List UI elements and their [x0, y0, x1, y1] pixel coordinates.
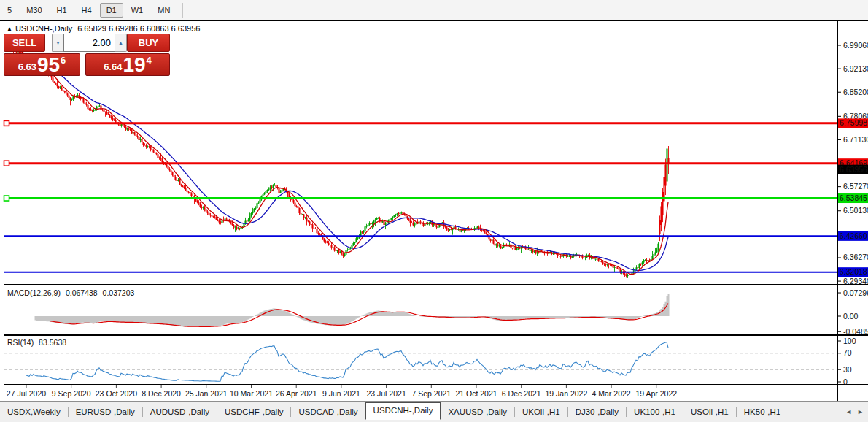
volume-decrease-button[interactable]: ▼ — [52, 34, 63, 52]
svg-text:6.36270: 6.36270 — [843, 253, 868, 261]
timeframe-button-W1[interactable]: W1 — [125, 3, 150, 18]
chart-tab-usdx-weekly[interactable]: USDX,Weekly — [0, 404, 68, 421]
macd-name: MACD(12,26,9) — [7, 288, 61, 297]
svg-text:6.53845: 6.53845 — [840, 193, 867, 202]
svg-text:30: 30 — [843, 365, 852, 374]
tab-scroll-arrows: ◄► — [845, 408, 864, 415]
rsi-header: RSI(14) 83.5638 — [7, 338, 69, 347]
svg-text:6.75998: 6.75998 — [840, 118, 867, 127]
macd-signal-line — [50, 304, 668, 327]
timeframe-button-H1[interactable]: H1 — [50, 3, 74, 18]
timeframe-button-M30[interactable]: M30 — [20, 3, 48, 18]
chart-tab-uk100-h1[interactable]: UK100-,H1 — [627, 404, 683, 421]
svg-text:27 Jul 2020: 27 Jul 2020 — [7, 389, 46, 398]
chart-tab-usdcad-daily[interactable]: USDCAD-,Daily — [291, 404, 365, 421]
ask-big-digits: 19 — [123, 55, 145, 74]
svg-text:6.32018: 6.32018 — [840, 267, 867, 276]
rsi-name: RSI(14) — [7, 338, 34, 347]
svg-text:6 Dec 2021: 6 Dec 2021 — [502, 389, 541, 398]
rsi-levels — [4, 353, 837, 369]
level-marker[interactable] — [4, 120, 9, 126]
chart-tab-eurusd-daily[interactable]: EURUSD-,Daily — [69, 404, 142, 421]
svg-text:23 Jul 2021: 23 Jul 2021 — [366, 389, 406, 398]
ma-fast-line — [16, 49, 668, 275]
svg-text:0: 0 — [843, 377, 848, 386]
sell-button[interactable]: SELL — [4, 34, 45, 52]
chart-tab-ukoil-h1[interactable]: UKOil-,H1 — [515, 404, 567, 421]
timeframe-toolbar: 5M30H1H4D1W1MN — [0, 0, 868, 20]
timeframe-button-H4[interactable]: H4 — [75, 3, 98, 18]
macd-signal-value: 0.037203 — [103, 288, 135, 297]
chart-ohlc-values: 6.65829 6.69286 6.60863 6.63956 — [77, 24, 200, 33]
chart-title: ▲USDCNH-,Daily6.65829 6.69286 6.60863 6.… — [7, 24, 200, 33]
level-marker[interactable] — [4, 161, 9, 166]
svg-text:0.00: 0.00 — [843, 312, 859, 321]
svg-text:23 Oct 2020: 23 Oct 2020 — [96, 389, 137, 398]
svg-text:21 Oct 2021: 21 Oct 2021 — [455, 389, 497, 398]
svg-text:6.99060: 6.99060 — [843, 41, 868, 50]
price-axis-labels: 6.990606.921306.852006.780606.711306.572… — [837, 41, 868, 285]
rsi-line — [26, 342, 668, 381]
date-axis-labels: 27 Jul 20209 Sep 202023 Oct 20208 Dec 20… — [7, 385, 677, 398]
svg-text:26 Apr 2021: 26 Apr 2021 — [276, 389, 317, 398]
buy-button[interactable]: BUY — [127, 34, 170, 52]
chart-tab-audusd-daily[interactable]: AUDUSD-,Daily — [143, 404, 217, 421]
macd-axis-labels: 0.0729630.00-0.04857 — [837, 288, 868, 336]
mt4-window: { "toolbar": {"periods": ["5","M30","H1"… — [0, 0, 868, 422]
svg-text:0.072963: 0.072963 — [843, 288, 868, 297]
svg-text:6.71130: 6.71130 — [843, 135, 868, 144]
bid-price[interactable]: 6.63 95 6 — [4, 53, 80, 76]
svg-text:6.29340: 6.29340 — [843, 277, 868, 285]
svg-text:9 Sep 2020: 9 Sep 2020 — [52, 389, 91, 398]
svg-text:19 Jan 2022: 19 Jan 2022 — [545, 389, 587, 398]
svg-text:6.63956: 6.63956 — [840, 165, 867, 174]
svg-text:70: 70 — [843, 348, 852, 357]
collapse-arrow-icon[interactable]: ▲ — [7, 26, 12, 32]
level-lines — [4, 120, 837, 272]
chart-tab-xauusd-daily[interactable]: XAUUSD-,Daily — [441, 404, 514, 421]
tab-scroll-right-icon[interactable]: ► — [857, 408, 864, 415]
rsi-value: 83.5638 — [39, 338, 66, 347]
candles-layer — [7, 44, 669, 278]
chart-symbol-label: USDCNH-,Daily — [15, 24, 72, 33]
svg-text:6.85200: 6.85200 — [843, 88, 868, 96]
chart-tab-usoil-h1[interactable]: USOil-,H1 — [683, 404, 736, 421]
chart-borders — [0, 20, 868, 401]
one-click-trading-panel: SELL ▼ ▲ BUY 6.63 95 6 6.64 19 4 — [4, 34, 170, 76]
timeframe-button-D1[interactable]: D1 — [100, 3, 123, 18]
timeframe-button-5[interactable]: 5 — [1, 3, 18, 18]
svg-text:9 Jun 2021: 9 Jun 2021 — [322, 389, 360, 398]
bid-pip-digit: 6 — [61, 55, 66, 66]
svg-text:-0.04857: -0.04857 — [843, 327, 868, 336]
svg-text:10 Mar 2021: 10 Mar 2021 — [230, 389, 273, 398]
macd-value: 0.067438 — [66, 288, 98, 297]
ask-pip-digit: 4 — [147, 55, 152, 66]
svg-text:4 Mar 2022: 4 Mar 2022 — [592, 389, 631, 398]
svg-text:6.92130: 6.92130 — [843, 64, 868, 73]
chart-tab-hk50-h1[interactable]: HK50-,H1 — [737, 404, 788, 421]
timeframe-button-MN[interactable]: MN — [151, 3, 177, 18]
bid-prefix: 6.63 — [18, 61, 36, 72]
chart-tab-usdchf-daily[interactable]: USDCHF-,Daily — [217, 404, 291, 421]
svg-text:7 Sep 2021: 7 Sep 2021 — [411, 389, 451, 398]
chart-tabs-bar: USDX,WeeklyEURUSD-,DailyAUDUSD-,DailyUSD… — [0, 401, 868, 422]
svg-text:6.50130: 6.50130 — [843, 206, 868, 215]
ask-price[interactable]: 6.64 19 4 — [85, 53, 170, 76]
volume-input[interactable] — [63, 34, 115, 52]
rsi-axis-labels: 10070300 — [837, 337, 856, 386]
svg-text:25 Jan 2021: 25 Jan 2021 — [185, 389, 228, 398]
macd-header: MACD(12,26,9) 0.067438 0.037203 — [7, 288, 137, 297]
ask-prefix: 6.64 — [104, 61, 122, 72]
svg-text:6.57270: 6.57270 — [843, 182, 868, 191]
level-marker[interactable] — [4, 196, 9, 201]
svg-text:100: 100 — [843, 337, 856, 345]
svg-text:6.42660: 6.42660 — [840, 231, 867, 240]
bid-big-digits: 95 — [37, 55, 60, 74]
volume-increase-button[interactable]: ▲ — [115, 34, 127, 52]
svg-text:8 Dec 2020: 8 Dec 2020 — [142, 389, 181, 398]
svg-text:19 Apr 2022: 19 Apr 2022 — [635, 389, 677, 398]
chart-tab-dj30-daily[interactable]: DJ30-,Daily — [568, 404, 626, 421]
tab-scroll-left-icon[interactable]: ◄ — [845, 408, 852, 415]
macd-histogram — [36, 294, 669, 327]
chart-tab-usdcnh-daily[interactable]: USDCNH-,Daily — [365, 402, 441, 420]
